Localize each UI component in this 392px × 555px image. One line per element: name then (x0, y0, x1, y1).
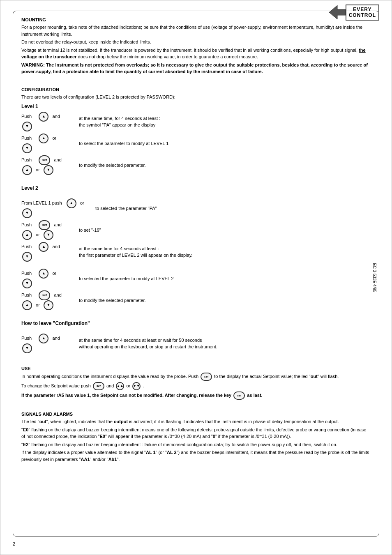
use-p2: To change the Setpoint value push set an… (21, 382, 371, 390)
up-btn-icon (22, 230, 32, 240)
signals-p2: "E0" flashing on the display and buzzer … (21, 426, 371, 440)
desc-area: to selected the parameter "PA" (95, 205, 371, 212)
desc-area: at the same time, for 4 seconds at least… (79, 115, 371, 129)
set-btn-icon: set (39, 290, 50, 300)
leave-config-heading: How to leave "Configuration" (21, 320, 371, 326)
use-p1: In normal operating conditions the instr… (21, 373, 371, 381)
desc-area: to modify the selected parameter. (79, 297, 371, 304)
desc-area: at the same time for 4 seconds at least … (79, 337, 371, 350)
up-btn-icon (22, 165, 32, 175)
config-row-l2-1: From LEVEL 1 push or to selected the par… (21, 198, 371, 218)
config-row-l1-1: Push and at the same time, for 4 seconds… (21, 112, 371, 131)
config-row-l2-2: Push set and or to set "-19" (21, 220, 371, 240)
up-btn-icon (67, 198, 76, 208)
up-btn-icon (22, 300, 32, 310)
mounting-title: MOUNTING (21, 17, 371, 22)
signals-p4: If the display indicates a proper value … (21, 449, 371, 463)
level1-heading: Level 1 (21, 104, 371, 109)
down-btn-icon (44, 165, 53, 175)
configuration-title: CONFIGURATION (21, 87, 371, 92)
down-btn-icon (22, 208, 32, 218)
desc-area: to select the parameter to modify at LEV… (79, 140, 371, 147)
up-btn-icon (39, 134, 48, 143)
mounting-warning: WARNING: The instrument is not protected… (21, 62, 371, 75)
down-btn-icon (22, 343, 32, 353)
desc-area: to selected the parameter to modify at L… (79, 275, 371, 282)
main-content-box: MOUNTING For a proper mounting, take not… (13, 11, 379, 537)
up-btn-icon (39, 269, 48, 279)
config-row-l2-3: Push and at the same time for 4 seconds … (21, 242, 371, 262)
set-btn-icon: set (39, 220, 50, 230)
up-btn-icon (39, 334, 48, 343)
up-btn-icon (39, 242, 48, 252)
mounting-p1: For a proper mounting, take note of the … (21, 24, 371, 37)
config-row-l2-4: Push or to selected the parameter to mod… (21, 269, 371, 288)
down-btn-icon (22, 122, 32, 131)
config-row-l1-3: Push set and or to modify the selected p… (21, 155, 371, 175)
down-btn-icon (22, 252, 32, 262)
config-row-l1-2: Push or to select the parameter to modif… (21, 134, 371, 153)
config-row-leave: Push and at the same time for 4 seconds … (21, 334, 371, 353)
config-row-l2-5: Push set and or to modify the selected p… (21, 290, 371, 310)
signals-title: SIGNALS AND ALARMS (21, 412, 371, 417)
desc-area: to set "-19" (79, 227, 371, 234)
signals-p3: "E2" flashing on the display and buzzer … (21, 441, 371, 448)
level2-heading: Level 2 (21, 185, 371, 191)
mounting-p3: Voltage at terminal 12 is not stabilized… (21, 47, 371, 60)
config-intro: There are two levels of configuration (L… (21, 94, 371, 101)
mounting-p2: Do not overload the relay-output, keep i… (21, 39, 371, 46)
page-number: 2 (13, 541, 15, 546)
down-btn-icon (22, 143, 32, 153)
push-label: Push and (21, 112, 71, 131)
page: EVERY CONTROL EC 3-533E 4/95 MOUNTING Fo… (0, 0, 392, 555)
down-btn-icon (44, 300, 53, 310)
use-p3: If the parameter rA5 has value 1, the Se… (21, 391, 371, 400)
down-btn-icon (22, 279, 32, 288)
use-title: USE (21, 366, 371, 371)
signals-p1: The led "out", when lighted, indicates t… (21, 418, 371, 425)
set-btn-icon: set (39, 155, 50, 165)
desc-area: at the same time for 4 seconds at least … (79, 245, 371, 259)
desc-area: to modify the selected parameter. (79, 162, 371, 169)
up-btn-icon (39, 112, 48, 122)
down-btn-icon (44, 230, 53, 240)
